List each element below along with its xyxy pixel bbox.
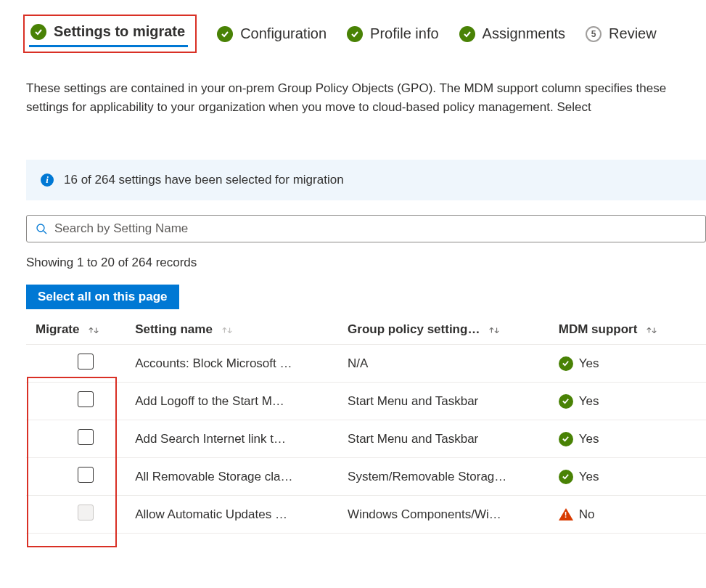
column-header-mdm-label: MDM support (559, 322, 638, 336)
info-icon: i (41, 173, 54, 187)
check-icon (347, 26, 363, 42)
group-policy-cell: System/Removable Storag… (343, 458, 554, 496)
mdm-value: Yes (579, 470, 599, 484)
migrate-checkbox[interactable] (78, 391, 94, 407)
search-input[interactable] (54, 221, 697, 236)
success-icon (559, 356, 573, 371)
record-count: Showing 1 to 20 of 264 records (26, 256, 706, 270)
success-icon (559, 470, 573, 484)
column-header-setting[interactable]: Setting name (131, 315, 343, 345)
wizard-steps: Settings to migrateConfigurationProfile … (0, 0, 706, 65)
column-header-setting-label: Setting name (135, 322, 213, 336)
group-policy-cell: Start Menu and Taskbar (343, 383, 554, 420)
success-icon (559, 432, 573, 446)
intro-text: These settings are contained in your on-… (26, 79, 706, 116)
mdm-support-cell: Yes (554, 458, 706, 496)
mdm-support-cell: No (554, 496, 706, 534)
step-number-icon: 5 (586, 26, 602, 42)
info-banner: i 16 of 264 settings have been selected … (26, 160, 706, 200)
check-icon (30, 24, 46, 40)
migrate-checkbox[interactable] (78, 354, 94, 369)
migrate-cell (26, 420, 131, 458)
mdm-value: No (579, 507, 595, 522)
table-row: Accounts: Block Microsoft …N/AYes (26, 345, 706, 383)
wizard-step-label: Settings to migrate (54, 23, 185, 40)
svg-point-0 (37, 224, 44, 232)
wizard-step-3[interactable]: Assignments (459, 20, 566, 48)
table-row: Add Search Internet link t…Start Menu an… (26, 420, 706, 458)
column-header-migrate[interactable]: Migrate (26, 315, 131, 345)
wizard-step-1[interactable]: Configuration (217, 20, 327, 48)
table-row: All Removable Storage cla…System/Removab… (26, 458, 706, 496)
column-header-group-label: Group policy setting… (348, 322, 480, 336)
mdm-support-cell: Yes (554, 383, 706, 420)
sort-icon (488, 325, 501, 335)
success-icon (559, 394, 573, 409)
migrate-checkbox[interactable] (78, 467, 94, 483)
group-policy-cell: N/A (343, 345, 554, 383)
wizard-step-label: Review (609, 25, 657, 42)
table-row: Allow Automatic Updates …Windows Compone… (26, 496, 706, 534)
migrate-cell (26, 345, 131, 383)
wizard-step-4[interactable]: 5Review (586, 20, 657, 48)
column-header-migrate-label: Migrate (36, 322, 79, 336)
setting-name-cell[interactable]: All Removable Storage cla… (131, 458, 343, 496)
wizard-step-0[interactable]: Settings to migrate (23, 15, 197, 53)
settings-table: Migrate Setting name (26, 315, 706, 534)
migrate-cell (26, 383, 131, 420)
settings-table-body: Accounts: Block Microsoft …N/AYesAdd Log… (26, 345, 706, 534)
select-all-button[interactable]: Select all on this page (26, 285, 179, 309)
wizard-step-label: Configuration (240, 25, 327, 42)
migrate-checkbox (78, 505, 94, 520)
group-policy-cell: Windows Components/Wi… (343, 496, 554, 534)
column-header-mdm[interactable]: MDM support (554, 315, 706, 345)
migrate-checkbox[interactable] (78, 429, 94, 445)
check-icon (217, 26, 233, 42)
migrate-cell (26, 496, 131, 534)
search-input-container[interactable] (26, 215, 706, 242)
mdm-value: Yes (579, 432, 599, 446)
setting-name-cell[interactable]: Add Search Internet link t… (131, 420, 343, 458)
setting-name-cell[interactable]: Add Logoff to the Start M… (131, 383, 343, 420)
warning-icon (559, 508, 573, 520)
setting-name-cell[interactable]: Accounts: Block Microsoft … (131, 345, 343, 383)
wizard-step-2[interactable]: Profile info (347, 20, 439, 48)
migrate-cell (26, 458, 131, 496)
sort-icon (645, 325, 658, 335)
mdm-value: Yes (579, 356, 599, 371)
sort-icon (87, 325, 100, 335)
svg-line-1 (44, 231, 46, 234)
group-policy-cell: Start Menu and Taskbar (343, 420, 554, 458)
sort-icon (221, 325, 234, 335)
column-header-group[interactable]: Group policy setting… (343, 315, 554, 345)
info-banner-text: 16 of 264 settings have been selected fo… (64, 173, 344, 187)
search-icon (36, 223, 47, 234)
check-icon (459, 26, 475, 42)
setting-name-cell[interactable]: Allow Automatic Updates … (131, 496, 343, 534)
wizard-step-label: Assignments (483, 25, 566, 42)
table-row: Add Logoff to the Start M…Start Menu and… (26, 383, 706, 420)
wizard-step-label: Profile info (370, 25, 439, 42)
mdm-value: Yes (579, 394, 599, 409)
mdm-support-cell: Yes (554, 345, 706, 383)
mdm-support-cell: Yes (554, 420, 706, 458)
